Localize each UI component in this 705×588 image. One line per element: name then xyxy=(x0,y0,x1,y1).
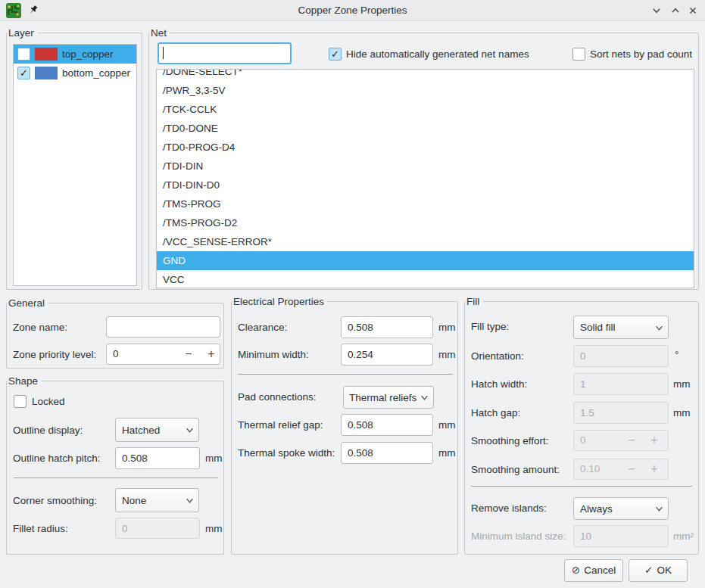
corner-smoothing-label: Corner smoothing: xyxy=(13,495,97,506)
electrical-group: Electrical Properties Clearance: mm Mini… xyxy=(231,301,458,555)
outline-display-value: Hatched xyxy=(122,418,160,442)
shape-group-legend: Shape xyxy=(8,375,42,387)
fill-type-value: Solid fill xyxy=(580,316,616,339)
net-list: /DONE-SELECT* /PWR_3,3-5V /TCK-CCLK /TD0… xyxy=(156,69,694,288)
orientation-unit: ° xyxy=(675,349,678,360)
smoothing-amount-label: Smoothing amount: xyxy=(471,464,560,475)
smoothing-effort-value: 0 xyxy=(580,431,586,450)
layer-list: ✓ top_copper ✓ bottom_copper xyxy=(13,44,137,286)
electrical-separator xyxy=(238,374,453,375)
layer-checkbox-top-copper[interactable]: ✓ xyxy=(17,48,30,61)
hide-auto-nets-checkbox[interactable]: ✓ xyxy=(329,48,342,61)
layer-swatch-bottom-copper xyxy=(35,67,58,79)
minimum-island-size-unit: mm² xyxy=(673,530,694,542)
outline-display-label: Outline display: xyxy=(13,425,83,436)
hatch-gap-input xyxy=(573,402,669,424)
net-list-item[interactable]: /TDI-DIN xyxy=(157,157,694,176)
spin-decrement-button[interactable]: − xyxy=(182,344,195,363)
zone-priority-value: 0 xyxy=(113,344,119,364)
window-maximize-button[interactable] xyxy=(670,5,682,17)
fill-separator xyxy=(471,486,692,487)
thermal-spoke-width-unit: mm xyxy=(438,447,456,459)
layer-swatch-top-copper xyxy=(35,48,58,61)
cancel-button[interactable]: ⊘Cancel xyxy=(564,559,623,582)
layer-row-bottom-copper[interactable]: ✓ bottom_copper xyxy=(14,64,136,82)
thermal-relief-gap-label: Thermal relief gap: xyxy=(238,419,323,431)
orientation-input xyxy=(573,345,669,367)
minimum-width-input[interactable] xyxy=(341,344,433,366)
net-list-item[interactable]: /TD0-PROG-D4 xyxy=(157,138,694,157)
locked-checkbox[interactable]: ✓ xyxy=(14,395,27,408)
spin-increment-button: + xyxy=(648,431,660,450)
zone-name-label: Zone name: xyxy=(13,322,67,333)
net-list-item[interactable]: /TCK-CCLK xyxy=(157,100,694,119)
chevron-down-icon xyxy=(186,496,194,505)
zone-priority-spinner[interactable]: 0 − + xyxy=(106,344,220,365)
pad-connections-dropdown[interactable]: Thermal reliefs xyxy=(343,386,434,409)
chevron-down-icon xyxy=(420,394,429,402)
clearance-label: Clearance: xyxy=(238,322,287,333)
ok-button[interactable]: ✓OK xyxy=(629,559,688,582)
net-group-legend: Net xyxy=(150,26,170,39)
hatch-gap-unit: mm xyxy=(673,407,691,418)
fill-type-dropdown[interactable]: Solid fill xyxy=(573,316,669,339)
net-list-item[interactable]: VCC xyxy=(157,270,694,288)
minimum-island-size-input xyxy=(573,525,669,547)
net-list-item[interactable]: /VCC_SENSE-ERROR* xyxy=(157,232,694,251)
outline-hatch-pitch-input[interactable] xyxy=(115,447,200,469)
orientation-label: Orientation: xyxy=(471,350,524,362)
outline-display-dropdown[interactable]: Hatched xyxy=(115,418,199,442)
chevron-down-icon xyxy=(655,324,663,332)
net-list-item[interactable]: /DONE-SELECT* xyxy=(157,69,694,81)
fillet-radius-unit: mm xyxy=(205,523,223,534)
smoothing-effort-spinner: 0 − + xyxy=(573,430,669,451)
net-list-item-selected[interactable]: GND xyxy=(157,251,694,270)
layer-label: top_copper xyxy=(62,45,114,64)
layer-group-legend: Layer xyxy=(8,26,38,39)
spin-decrement-button: − xyxy=(625,431,638,450)
remove-islands-value: Always xyxy=(580,498,613,520)
hatch-gap-label: Hatch gap: xyxy=(471,407,520,418)
corner-smoothing-dropdown[interactable]: None xyxy=(115,488,199,512)
hatch-width-label: Hatch width: xyxy=(471,378,527,390)
shape-separator xyxy=(14,478,218,478)
locked-label: Locked xyxy=(32,396,65,407)
outline-hatch-pitch-label: Outline hatch pitch: xyxy=(13,453,101,464)
window-close-button[interactable] xyxy=(688,5,700,17)
corner-smoothing-value: None xyxy=(122,489,146,512)
minimum-width-label: Minimum width: xyxy=(238,349,309,360)
minimum-island-size-label: Minimum island size: xyxy=(471,530,566,542)
thermal-spoke-width-input[interactable] xyxy=(341,442,433,464)
remove-islands-dropdown[interactable]: Always xyxy=(573,497,669,520)
hide-auto-nets-label: Hide automatically generated net names xyxy=(346,48,529,60)
ok-button-label: OK xyxy=(657,565,672,576)
layer-row-top-copper[interactable]: ✓ top_copper xyxy=(14,45,136,64)
net-list-item[interactable]: /TMS-PROG xyxy=(157,194,694,213)
clearance-unit: mm xyxy=(438,322,456,333)
zone-name-input[interactable] xyxy=(106,316,220,338)
fillet-radius-label: Fillet radius: xyxy=(13,523,68,534)
pad-connections-value: Thermal reliefs xyxy=(349,387,416,409)
minimum-width-unit: mm xyxy=(438,349,456,360)
fill-type-label: Fill type: xyxy=(471,321,509,332)
hatch-width-input xyxy=(573,373,669,395)
smoothing-amount-value: 0.10 xyxy=(580,459,600,479)
net-list-item[interactable]: /TMS-PROG-D2 xyxy=(157,213,694,232)
sort-nets-checkbox[interactable]: ✓ xyxy=(572,48,585,61)
window-shade-button[interactable] xyxy=(651,5,663,17)
remove-islands-label: Remove islands: xyxy=(471,502,547,514)
electrical-group-legend: Electrical Properties xyxy=(232,295,328,308)
chevron-down-icon xyxy=(186,426,194,434)
fill-group-legend: Fill xyxy=(466,295,483,308)
net-list-item[interactable]: /PWR_3,3-5V xyxy=(157,81,694,100)
smoothing-effort-label: Smoothing effort: xyxy=(471,435,549,446)
thermal-relief-gap-input[interactable] xyxy=(341,414,433,436)
clearance-input[interactable] xyxy=(341,316,433,338)
net-list-item[interactable]: /TDI-DIN-D0 xyxy=(157,176,694,194)
layer-checkbox-bottom-copper[interactable]: ✓ xyxy=(17,67,30,79)
net-list-item[interactable]: /TD0-DONE xyxy=(157,119,694,138)
layer-group: Layer ✓ top_copper ✓ bottom_copper xyxy=(6,33,142,290)
spin-decrement-button: − xyxy=(625,459,638,478)
net-filter-input[interactable] xyxy=(158,42,292,64)
spin-increment-button[interactable]: + xyxy=(205,344,217,363)
